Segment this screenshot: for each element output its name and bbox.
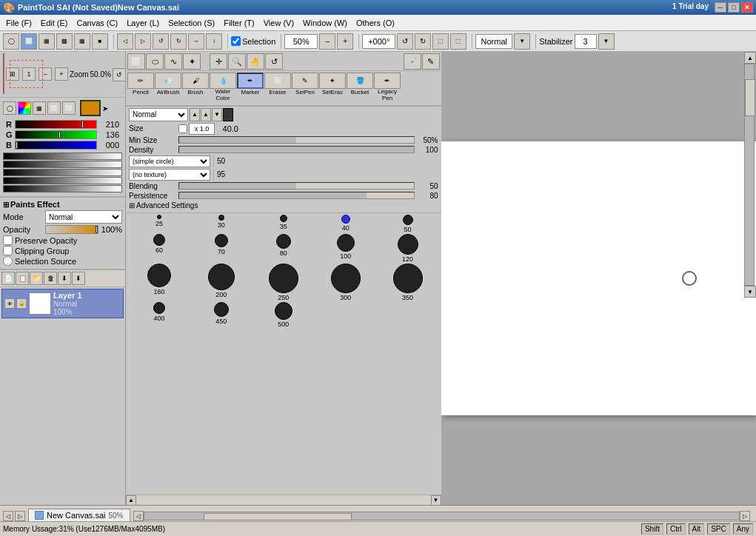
alt-key-btn[interactable]: Alt [689,523,705,535]
tab-new-canvas[interactable]: New Canvas.sai 50% [28,509,130,521]
scroll-up-arrow[interactable]: ▲ [744,52,756,64]
mode-down-btn[interactable]: ▼ [514,33,530,50]
stabilizer-down-btn[interactable]: ▼ [598,33,615,50]
tool-select-magic[interactable]: ✦ [183,53,201,70]
tool-watercolor[interactable]: 💧 WaterColor [210,73,236,102]
tool-select-lasso[interactable]: ∿ [164,53,182,70]
size-preset-item[interactable]: 200 [191,264,252,301]
menu-file[interactable]: File (F) [1,17,36,29]
copy-layer-btn[interactable]: 📋 [16,272,29,285]
toolbar-move-2[interactable]: ▷ [135,33,151,50]
preserve-opacity-checkbox[interactable] [3,235,13,245]
rot-right-btn[interactable]: ↻ [415,33,431,50]
tool-rotate[interactable]: ↺ [265,53,283,70]
size-preset-item[interactable]: 40 [315,215,376,233]
h-scroll-left[interactable]: ◁ [133,511,144,521]
rot-left-btn[interactable]: ↺ [397,33,413,50]
selection-source-radio[interactable] [3,256,13,266]
tool-airbrush[interactable]: 💨 AirBrush [155,73,181,102]
nav-canvas[interactable] [3,53,4,94]
drawing-canvas[interactable] [441,141,757,415]
blending-slider[interactable] [178,182,415,190]
tool-pencil[interactable]: ✏ Pencil [127,73,154,102]
size-preset-item[interactable]: 300 [315,264,376,301]
size-preset-item[interactable]: 450 [191,302,252,328]
toolbar-btn-3[interactable]: ▦ [39,33,55,50]
size-preset-item[interactable]: 70 [191,234,252,263]
size-preset-item[interactable]: 25 [129,215,190,233]
size-preset-item[interactable]: 60 [129,234,190,263]
flatten-layer-btn[interactable]: ⬇ [72,272,85,285]
scroll-down-arrow[interactable]: ▼ [744,286,756,298]
color-circle-btn[interactable]: ◯ [3,101,16,115]
color-palette-btn[interactable]: ⬜ [47,101,61,115]
rot-reset-btn[interactable]: ⬚ [432,33,449,50]
zoom-out-btn[interactable]: – [319,33,335,50]
size-preset-item[interactable]: 35 [253,215,314,233]
size-preset-item[interactable]: 80 [253,234,314,263]
shift-key-btn[interactable]: Shift [641,523,663,535]
toolbar-flip-v[interactable]: ↕ [206,33,222,50]
tool-bucket[interactable]: 🪣 Bucket [347,73,373,102]
menu-canvas[interactable]: Canvas (C) [73,17,123,29]
menu-others[interactable]: Others (O) [352,17,399,29]
right-scrollbar[interactable]: ▲ ▼ [744,52,756,503]
canvas-area[interactable] [441,52,757,505]
toolbar-btn-2[interactable]: ⬜ [21,33,37,50]
persistence-slider[interactable] [178,192,415,199]
ctrl-key-btn[interactable]: Ctrl [666,523,686,535]
menu-window[interactable]: Window (W) [298,17,352,29]
size-preset-item[interactable]: 50 [378,215,438,233]
flip-btn[interactable]: ⬚ [450,33,466,50]
size-preset-item[interactable]: 350 [378,264,438,301]
size-lock-checkbox[interactable] [178,124,187,133]
size-preset-item[interactable]: 120 [378,234,438,263]
scroll-down-btn[interactable]: ▼ [431,495,441,506]
tool-magnify[interactable]: 🔍 [228,53,246,70]
toolbar-btn-5[interactable]: ▦ [74,33,90,50]
tool-select-rect[interactable]: ⬜ [127,53,145,70]
zoom-in-btn[interactable]: + [337,33,353,50]
texture-select[interactable]: (no texture) [129,169,210,181]
scroll-thumb[interactable] [745,79,755,116]
tool-selpen[interactable]: ✎ SelPen [292,73,318,102]
size-preset-item[interactable]: 160 [129,264,190,301]
main-color-swatch[interactable] [80,100,101,116]
close-button[interactable]: ✕ [741,2,753,13]
spc-key-btn[interactable]: SPC [707,523,730,535]
layer-eye-icon[interactable]: 👁 [4,298,15,309]
color-history-btn[interactable]: ⬜ [62,101,76,115]
layer-preserve-icon[interactable]: 🔒 [16,298,27,309]
clipping-group-checkbox[interactable] [3,246,13,255]
arrow2-btn[interactable]: ▲ [201,108,211,121]
menu-filter[interactable]: Filter (T) [219,17,259,29]
tool-marker[interactable]: ✒ Marker [237,73,264,102]
h-scroll-thumb[interactable] [204,513,352,520]
menu-view[interactable]: View (V) [259,17,298,29]
brush-mode-select[interactable]: Normal [129,108,188,121]
min-size-slider[interactable] [178,136,415,144]
tool-select-ellipse[interactable]: ⬭ [146,53,164,70]
toolbar-btn-6[interactable]: ■ [92,33,108,50]
color-grid-btn[interactable]: ▦ [33,101,46,115]
tool-move[interactable]: ✛ [210,53,227,70]
size-preset-item[interactable]: 500 [253,302,314,328]
layer-item[interactable]: 👁 🔒 Layer 1 Normal 100% [1,289,124,318]
toolbar-rotate-1[interactable]: ↺ [153,33,169,50]
menu-selection[interactable]: Selection (S) [164,17,219,29]
size-preset-item[interactable]: 400 [129,302,190,328]
arrow1-btn[interactable]: ▲ [190,108,200,121]
toolbar-move-1[interactable]: ◁ [117,33,133,50]
arrow3-btn[interactable]: ▼ [212,108,222,121]
toolbar-flip-h[interactable]: ↔ [188,33,204,50]
tool-seleras[interactable]: ✦ SelEras [319,73,346,102]
toolbar-btn-4[interactable]: ▩ [56,33,73,50]
maximize-button[interactable]: □ [728,2,740,13]
arrow4-btn[interactable] [223,108,233,121]
size-preset-item[interactable]: 100 [315,234,376,263]
scroll-left-btn[interactable]: ◁ ▷ [3,511,25,521]
any-key-btn[interactable]: Any [733,523,753,535]
density-slider[interactable] [178,146,415,153]
menu-edit[interactable]: Edit (E) [36,17,73,29]
tool-pen[interactable]: ✎ [422,53,440,70]
